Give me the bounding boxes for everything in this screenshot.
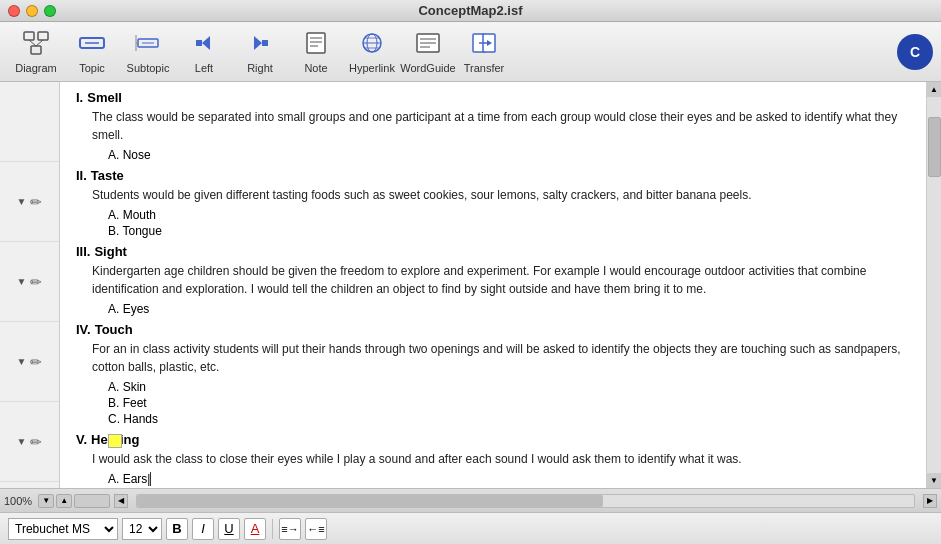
hyperlink-icon [358, 30, 386, 60]
content-area[interactable]: I. Smell The class would be separated in… [60, 82, 926, 488]
minimize-button[interactable] [26, 5, 38, 17]
section-title-3: Sight [94, 244, 127, 259]
toolbar-subtopic[interactable]: Subtopic [120, 26, 176, 78]
titlebar: ConceptMap2.isf [0, 0, 941, 22]
maximize-button[interactable] [44, 5, 56, 17]
section-title-4: Touch [95, 322, 133, 337]
subitem-hearing-a-text: Ears [123, 472, 148, 486]
section-body-5: I would ask the class to close their eye… [92, 450, 910, 468]
svg-rect-2 [31, 46, 41, 54]
toolbar-right-label: Right [247, 62, 273, 74]
scroll-down-arrow[interactable]: ▼ [927, 473, 942, 488]
close-button[interactable] [8, 5, 20, 17]
zoom-decrease-button[interactable]: ▼ [38, 494, 54, 508]
toolbar-left[interactable]: Left [176, 26, 232, 78]
scroll-track[interactable] [927, 97, 942, 473]
toolbar-right[interactable]: Right [232, 26, 288, 78]
toolbar-note[interactable]: Note [288, 26, 344, 78]
left-icon [190, 30, 218, 60]
toolbar-transfer[interactable]: Transfer [456, 26, 512, 78]
toolbar-hyperlink-label: Hyperlink [349, 62, 395, 74]
subitem-touch-c-label: C. [108, 412, 123, 426]
toolbar-diagram-label: Diagram [15, 62, 57, 74]
section-num-4: IV. [76, 322, 91, 337]
format-divider-1 [272, 519, 273, 539]
sidebar-item-2[interactable]: ▼ ✏ [0, 162, 59, 242]
subitem-smell-a: A. Nose [108, 148, 910, 162]
svg-rect-0 [24, 32, 34, 40]
svg-marker-13 [254, 36, 262, 50]
app-icon: C [897, 34, 933, 70]
color-button[interactable]: A [244, 518, 266, 540]
toolbar-diagram[interactable]: Diagram [8, 26, 64, 78]
subitem-touch-b-text: Feet [123, 396, 147, 410]
window-controls[interactable] [8, 5, 56, 17]
edit-icon-3[interactable]: ✏ [30, 274, 42, 290]
section-body-4: For an in class activity students will p… [92, 340, 910, 376]
collapse-arrow-4[interactable]: ▼ [17, 356, 27, 367]
font-size-select[interactable]: 12 [122, 518, 162, 540]
statusbar: 100% ▼ ▲ ◀ ▶ [0, 488, 941, 512]
app-icon-area: C [897, 34, 933, 70]
subitem-touch-a-label: A. [108, 380, 123, 394]
subitem-smell-a-label: A. [108, 148, 123, 162]
svg-line-3 [29, 40, 36, 46]
edit-icon-5[interactable]: ✏ [30, 434, 42, 450]
horizontal-scroll-thumb[interactable] [137, 495, 603, 507]
collapse-arrow-5[interactable]: ▼ [17, 436, 27, 447]
scroll-left-arrow[interactable]: ◀ [114, 494, 128, 508]
section-title-1: Smell [87, 90, 122, 105]
vertical-scrollbar[interactable]: ▲ ▼ [926, 82, 941, 488]
subitem-sight-a: A. Eyes [108, 302, 910, 316]
underline-button[interactable]: U [218, 518, 240, 540]
note-icon [302, 30, 330, 60]
sidebar-item-5[interactable]: ▼ ✏ [0, 402, 59, 482]
bold-button[interactable]: B [166, 518, 188, 540]
section-body-1: The class would be separated into small … [92, 108, 910, 144]
toolbar-hyperlink[interactable]: Hyperlink [344, 26, 400, 78]
subitem-touch-b-label: B. [108, 396, 123, 410]
wordguide-icon [414, 30, 442, 60]
scroll-up-arrow[interactable]: ▲ [927, 82, 942, 97]
edit-icon-2[interactable]: ✏ [30, 194, 42, 210]
subitem-taste-a-text: Mouth [123, 208, 156, 222]
collapse-arrow-3[interactable]: ▼ [17, 276, 27, 287]
toolbar-note-label: Note [304, 62, 327, 74]
horizontal-scrollbar[interactable] [136, 494, 915, 508]
scroll-right-arrow[interactable]: ▶ [923, 494, 937, 508]
toolbar-topic[interactable]: Topic [64, 26, 120, 78]
zoom-triangle-button[interactable]: ▲ [56, 494, 72, 508]
sidebar-item-1 [0, 82, 59, 162]
section-hearing: V. Hearing I would ask the class to clos… [76, 432, 910, 486]
toolbar-wordguide[interactable]: WordGuide [400, 26, 456, 78]
subitem-touch-c: C. Hands [108, 412, 910, 426]
outdent-button[interactable]: ←≡ [305, 518, 327, 540]
subitem-touch-a-text: Skin [123, 380, 146, 394]
subitem-touch-b: B. Feet [108, 396, 910, 410]
section-touch: IV. Touch For an in class activity stude… [76, 322, 910, 426]
collapse-arrow-2[interactable]: ▼ [17, 196, 27, 207]
section-num-3: III. [76, 244, 90, 259]
subitem-taste-b-text: Tongue [122, 224, 161, 238]
topic-icon [78, 30, 106, 60]
subitem-taste-b: B. Tongue [108, 224, 910, 238]
section-body-2: Students would be given different tastin… [92, 186, 910, 204]
toolbar-transfer-label: Transfer [464, 62, 505, 74]
zoom-bar [74, 494, 110, 508]
italic-button[interactable]: I [192, 518, 214, 540]
svg-line-4 [36, 40, 43, 46]
indent-button[interactable]: ≡→ [279, 518, 301, 540]
zoom-label: 100% [4, 495, 32, 507]
subitem-touch-a: A. Skin [108, 380, 910, 394]
zoom-controls[interactable]: ▼ ▲ [38, 494, 110, 508]
sidebar-item-4[interactable]: ▼ ✏ [0, 322, 59, 402]
edit-icon-4[interactable]: ✏ [30, 354, 42, 370]
main-layout: ▼ ✏ ▼ ✏ ▼ ✏ ▼ ✏ I. Smell The class would… [0, 82, 941, 488]
sidebar-item-3[interactable]: ▼ ✏ [0, 242, 59, 322]
scroll-thumb[interactable] [928, 117, 941, 177]
font-select[interactable]: Trebuchet MS [8, 518, 118, 540]
svg-rect-1 [38, 32, 48, 40]
section-num-1: I. [76, 90, 83, 105]
section-taste: II. Taste Students would be given differ… [76, 168, 910, 238]
section-title-2: Taste [91, 168, 124, 183]
